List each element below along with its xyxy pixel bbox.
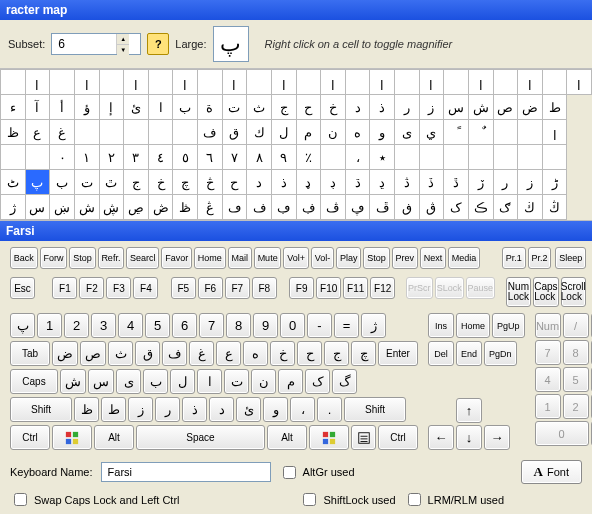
charmap-cell[interactable] [345,70,370,95]
caps-key[interactable]: Caps [10,369,58,394]
charmap-cell[interactable]: خ [321,95,346,120]
key-ب[interactable]: ب [143,369,168,394]
media-key[interactable]: Vol+ [283,247,308,269]
charmap-cell[interactable]: ژ [1,195,26,220]
charmap-cell[interactable]: ן [321,70,346,95]
key-ض[interactable]: ض [52,341,78,366]
win-key[interactable] [52,425,92,450]
charmap-cell[interactable]: ן [25,70,50,95]
charmap-cell[interactable]: ڥ [345,195,370,220]
fn-key[interactable]: F4 [133,277,158,299]
nav-key[interactable]: PgDn [484,341,517,366]
key-ح[interactable]: ح [297,341,322,366]
charmap-cell[interactable]: ك [247,120,272,145]
ctrl-key[interactable]: Ctrl [10,425,50,450]
charmap-cell[interactable]: ڜ [99,195,124,220]
media-key[interactable]: Mute [254,247,282,269]
charmap-cell[interactable]: ڪ [468,195,493,220]
charmap-cell[interactable]: چ [173,170,198,195]
key-ط[interactable]: ط [101,397,126,422]
charmap-cell[interactable]: ج [124,170,149,195]
kbd-name-input[interactable] [101,462,271,482]
key-7[interactable]: 7 [199,313,224,338]
fn-key[interactable]: F10 [316,277,341,299]
key-3[interactable]: 3 [91,313,116,338]
lrm-check[interactable]: LRM/RLM used [404,490,504,509]
media-key[interactable]: Vol- [311,247,334,269]
charmap-cell[interactable]: ڝ [124,195,149,220]
numpad-key[interactable]: 2 [563,394,589,419]
key-5[interactable]: 5 [145,313,170,338]
charmap-cell[interactable]: ً [444,120,469,145]
charmap-cell[interactable]: أ [50,95,75,120]
key-ا[interactable]: ا [197,369,222,394]
charmap-cell[interactable]: ڍ [370,170,395,195]
media-key[interactable]: Searcl [126,247,159,269]
charmap-cell[interactable]: ן [124,70,149,95]
key-ع[interactable]: ع [216,341,241,366]
charmap-cell[interactable] [395,70,420,95]
key-م[interactable]: م [278,369,303,394]
charmap-cell[interactable]: ן [518,70,543,95]
charmap-cell[interactable]: ڨ [419,195,444,220]
media-key[interactable]: Mail [228,247,252,269]
nav-key[interactable]: Ins [428,313,454,338]
charmap-cell[interactable]: ز [518,170,543,195]
space-key[interactable]: Space [136,425,265,450]
ctrl-key-right[interactable]: Ctrl [378,425,418,450]
charmap-cell[interactable] [124,120,149,145]
charmap-cell[interactable]: س [25,195,50,220]
charmap-cell[interactable] [542,70,567,95]
key-0[interactable]: 0 [280,313,305,338]
charmap-cell[interactable]: ڭ [542,195,567,220]
key-گ[interactable]: گ [332,369,357,394]
charmap-cell[interactable]: ٿ [99,170,124,195]
media-key[interactable]: Home [194,247,226,269]
charmap-cell[interactable]: آ [25,95,50,120]
charmap-cell[interactable]: ڢ [271,195,296,220]
subset-up[interactable]: ▲ [117,34,129,45]
help-button[interactable]: ? [147,33,169,55]
media-key[interactable]: Next [420,247,446,269]
charmap-cell[interactable]: خ [148,170,173,195]
charmap-cell[interactable]: ן [173,70,198,95]
charmap-cell[interactable]: ן [271,70,296,95]
charmap-cell[interactable]: ڌ [345,170,370,195]
subset-down[interactable]: ▼ [117,45,129,55]
charmap-cell[interactable]: ش [74,195,99,220]
charmap-cell[interactable]: ڡ [222,195,247,220]
charmap-cell[interactable]: ן [468,70,493,95]
charmap-cell[interactable]: ا [148,95,173,120]
charmap-cell[interactable] [542,145,567,170]
charmap-cell[interactable]: ן [567,70,592,95]
key-س[interactable]: س [88,369,114,394]
key-ک[interactable]: ک [305,369,330,394]
charmap-cell[interactable]: ب [50,170,75,195]
pr-key[interactable]: Pr.2 [528,247,552,269]
media-key[interactable]: Prev [392,247,418,269]
charmap-cell[interactable]: ظ [1,120,26,145]
charmap-cell[interactable]: ڬ [518,195,543,220]
charmap-cell[interactable]: ض [518,95,543,120]
shiftlock-check[interactable]: ShiftLock used [299,490,395,509]
media-key[interactable]: Stop [69,247,95,269]
nav-key[interactable]: Home [456,313,490,338]
charmap-cell[interactable] [493,70,518,95]
charmap-cell[interactable]: ٪ [296,145,321,170]
charmap-cell[interactable] [444,145,469,170]
key-ز[interactable]: ز [128,397,153,422]
charmap-cell[interactable] [444,70,469,95]
key-ن[interactable]: ن [251,369,276,394]
charmap-cell[interactable]: د [345,95,370,120]
charmap-cell[interactable]: ڦ [370,195,395,220]
key-2[interactable]: 2 [64,313,89,338]
charmap-cell[interactable]: و [370,120,395,145]
charmap-cell[interactable]: ر [493,170,518,195]
charmap-cell[interactable]: ٣ [124,145,149,170]
numpad-key[interactable]: 7 [535,340,561,365]
charmap-cell[interactable]: ٦ [198,145,223,170]
charmap-cell[interactable] [321,145,346,170]
media-key[interactable]: Favor [161,247,192,269]
arrow-up[interactable]: ↑ [456,398,482,423]
fn-key[interactable]: F8 [252,277,277,299]
